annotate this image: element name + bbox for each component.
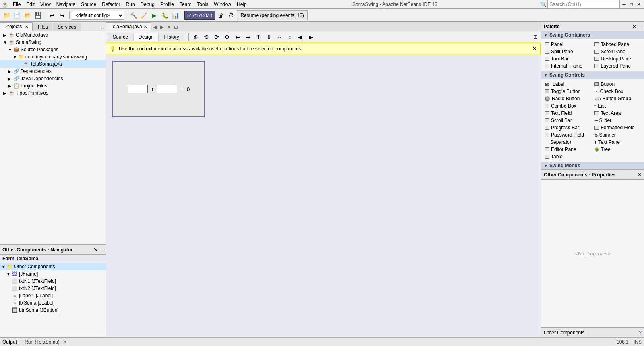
design-canvas[interactable]: + = 0 <box>106 54 541 337</box>
tree-item-source-packages[interactable]: ▼ 📦 Source Packages <box>0 46 106 53</box>
nav-item-other-components[interactable]: ▼ 📁 Other Components <box>0 263 106 270</box>
tree-item-java-deps[interactable]: ▶ 🔗 Java Dependencies <box>0 75 106 82</box>
redo-btn[interactable]: ↪ <box>58 10 67 20</box>
menu-profile[interactable]: Profile <box>158 1 176 8</box>
menu-debug[interactable]: Debug <box>138 1 157 8</box>
config-dropdown[interactable]: <default config> <box>72 11 124 20</box>
palette-item-tool-bar[interactable]: Tool Bar <box>543 55 593 62</box>
tree-item-telasoma[interactable]: ▶ ☕ TelaSoma.java <box>0 60 106 68</box>
profile-project-btn[interactable]: 📊 <box>170 10 180 20</box>
editor-tab-list[interactable]: ▼ <box>165 23 173 31</box>
palette-item-scroll-bar[interactable]: Scroll Bar <box>543 117 593 124</box>
palette-minimize[interactable]: ─ <box>638 24 642 29</box>
menu-navigate[interactable]: Navigate <box>54 1 78 8</box>
nav-item-lblsoma[interactable]: 𝐚 lblSoma [JLabel] <box>0 299 106 307</box>
memory-indicator[interactable]: 517/1782MB <box>184 11 215 20</box>
design-tb-btn1[interactable]: ⊕ <box>191 32 201 42</box>
section-controls-arrow[interactable]: ▼ <box>544 73 548 77</box>
gc-btn[interactable]: 🗑 <box>216 10 226 20</box>
menu-source[interactable]: Source <box>79 1 99 8</box>
nav-item-jlabel1[interactable]: 𝐚 jLabel1 [JLabel] <box>0 292 106 299</box>
debug-project-btn[interactable]: 🐛 <box>160 10 170 20</box>
menu-window[interactable]: Window <box>211 1 234 8</box>
menu-edit[interactable]: Edit <box>24 1 37 8</box>
palette-item-slider[interactable]: ⊸ Slider <box>593 117 643 124</box>
subtab-design[interactable]: Design <box>133 33 159 41</box>
nav-item-txtn1[interactable]: ⬜ txtN1 [JTextField] <box>0 278 106 285</box>
palette-close[interactable]: ✕ <box>632 24 636 29</box>
editor-tab-telasoma[interactable]: TelaSoma.java ✕ <box>106 22 151 31</box>
palette-item-editor-pane[interactable]: Editor Pane <box>543 146 593 153</box>
output-label[interactable]: Output <box>2 339 17 345</box>
tree-item-tipos[interactable]: ▶ ☕ TiposPrimitivos <box>0 89 106 97</box>
form-input-2[interactable] <box>157 85 177 93</box>
new-file-btn[interactable]: 📄 <box>12 10 22 20</box>
tab-projects[interactable]: Projects ✕ <box>0 22 33 31</box>
palette-item-text-field[interactable]: Text Field <box>543 110 593 117</box>
editor-expand[interactable]: ⊞ <box>532 33 539 41</box>
palette-item-layered-pane[interactable]: Layered Pane <box>593 62 643 70</box>
design-tb-btn9[interactable]: ↔ <box>275 32 284 42</box>
palette-item-toggle-button[interactable]: Toggle Button <box>543 88 593 95</box>
menu-tools[interactable]: Tools <box>195 1 211 8</box>
info-close[interactable]: ✕ <box>532 45 537 52</box>
palette-item-desktop-pane[interactable]: Desktop Pane <box>593 55 643 62</box>
design-tb-btn2[interactable]: ⟲ <box>201 32 211 42</box>
tree-item-package[interactable]: ▼ 📁 com.mycompany.somaswing <box>0 53 106 60</box>
palette-item-password-field[interactable]: Password Field <box>543 131 593 139</box>
design-tb-btn4[interactable]: ⚙ <box>222 32 232 42</box>
nav-item-txtn2[interactable]: ⬜ txtN2 [JTextField] <box>0 285 106 292</box>
palette-item-button[interactable]: Button <box>593 81 643 88</box>
nav-item-jframe[interactable]: ▼ 🖼 [JFrame] <box>0 270 106 278</box>
tree-item-somaswing[interactable]: ▼ ☕ SomaSwing <box>0 39 106 46</box>
properties-close[interactable]: ✕ <box>638 172 642 178</box>
window-close[interactable]: ✕ <box>635 2 642 7</box>
menu-refactor[interactable]: Refactor <box>99 1 122 8</box>
run-project-btn[interactable]: ▶ <box>149 10 159 20</box>
form-input-1[interactable] <box>128 85 148 93</box>
palette-item-combo-box[interactable]: Combo Box <box>543 102 593 110</box>
tab-services[interactable]: Services <box>53 23 81 31</box>
tab-projects-close[interactable]: ✕ <box>25 25 28 29</box>
tree-item-project-files[interactable]: ▶ 📋 Project Files <box>0 82 106 89</box>
section-menus-arrow[interactable]: ▼ <box>544 164 548 168</box>
subtab-history[interactable]: History <box>159 33 184 41</box>
palette-item-tree[interactable]: 🌳 Tree <box>593 146 643 153</box>
palette-item-text-pane[interactable]: T Text Pane <box>593 139 643 146</box>
editor-nav-right[interactable]: ▶ <box>158 23 165 31</box>
design-tb-btn3[interactable]: ⟳ <box>212 32 222 42</box>
tab-files[interactable]: Files <box>33 23 52 31</box>
palette-item-list[interactable]: ≡ List <box>593 102 643 110</box>
editor-nav-left[interactable]: ◀ <box>151 23 158 31</box>
search-input[interactable] <box>547 0 620 9</box>
palette-item-progress-bar[interactable]: Progress Bar <box>543 124 593 131</box>
save-btn[interactable]: 💾 <box>33 10 43 20</box>
build-project-btn[interactable]: 🔨 <box>128 10 138 20</box>
design-tb-btn5[interactable]: ⬅ <box>233 32 242 42</box>
nav-item-btnsoma[interactable]: 🔲 btnSoma [JButton] <box>0 307 106 314</box>
design-tb-btn11[interactable]: ◀ <box>296 32 305 42</box>
palette-item-scroll-pane[interactable]: Scroll Pane <box>593 48 643 55</box>
design-tb-btn12[interactable]: ▶ <box>306 32 316 42</box>
new-project-btn[interactable]: 📁 <box>2 10 11 20</box>
design-tb-btn10[interactable]: ↕ <box>285 32 295 42</box>
palette-item-check-box[interactable]: ☑ Check Box <box>593 88 643 95</box>
menu-run[interactable]: Run <box>124 1 137 8</box>
palette-item-radio-button[interactable]: 🔘 Radio Button <box>543 95 593 102</box>
window-minimize[interactable]: ─ <box>621 2 627 7</box>
footer-help[interactable]: ? <box>639 330 642 336</box>
menu-help[interactable]: Help <box>234 1 249 8</box>
menu-team[interactable]: Team <box>177 1 194 8</box>
palette-item-split-pane[interactable]: Split Pane <box>543 48 593 55</box>
window-maximize[interactable]: □ <box>628 2 634 7</box>
tree-item-dependencies[interactable]: ▶ 🔗 Dependencies <box>0 68 106 75</box>
menu-view[interactable]: View <box>38 1 53 8</box>
design-tb-btn8[interactable]: ⬇ <box>264 32 274 42</box>
navigator-minimize[interactable]: ─ <box>100 247 104 253</box>
section-containers-arrow[interactable]: ▼ <box>544 33 548 37</box>
resume-btn[interactable]: Resume (pending events: 13) <box>237 10 307 20</box>
menu-file[interactable]: File <box>10 1 23 8</box>
palette-item-table[interactable]: Table <box>543 153 593 160</box>
navigator-close[interactable]: ✕ <box>93 247 98 253</box>
design-tb-btn7[interactable]: ⬆ <box>254 32 263 42</box>
